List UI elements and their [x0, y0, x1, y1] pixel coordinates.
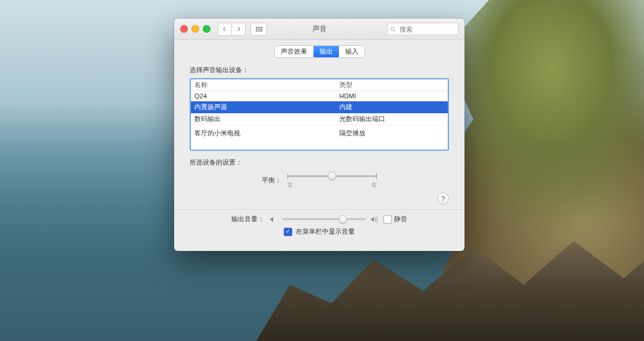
balance-row: 平衡： 左 右 — [190, 172, 449, 189]
show-in-menubar-row: 在菜单栏中显示音量 — [190, 227, 449, 236]
balance-tick-labels: 左 右 — [287, 181, 377, 189]
svg-line-1 — [394, 30, 395, 31]
device-name: Q24 — [194, 92, 339, 100]
show-in-menubar-label: 在菜单栏中显示音量 — [296, 227, 355, 236]
output-volume-slider[interactable] — [282, 215, 366, 224]
zoom-button[interactable] — [203, 25, 210, 33]
choose-device-label: 选择声音输出设备： — [190, 66, 449, 75]
svg-point-0 — [391, 27, 395, 30]
help-button[interactable]: ? — [437, 193, 449, 204]
show-all-prefs-button[interactable] — [250, 23, 267, 36]
mute-label: 静音 — [394, 215, 407, 224]
tab-input[interactable]: 输入 — [339, 46, 364, 57]
table-header: 名称 类型 — [191, 79, 448, 91]
titlebar: 声音 — [174, 18, 465, 40]
table-row[interactable]: 内置扬声器 内建 — [191, 101, 448, 113]
chevron-right-icon — [236, 27, 241, 32]
desktop-wallpaper: 声音 声音效果 输出 输入 选择声音输出设备： 名称 类型 Q24 — [0, 0, 644, 341]
speaker-min-icon — [269, 215, 277, 224]
device-name: 内置扬声器 — [194, 103, 339, 111]
volume-knob[interactable] — [339, 215, 347, 224]
balance-label: 平衡： — [262, 176, 281, 185]
window-content: 声音效果 输出 输入 选择声音输出设备： 名称 类型 Q24 HDMI 内置扬声… — [174, 40, 465, 251]
output-device-table[interactable]: 名称 类型 Q24 HDMI 内置扬声器 内建 数码输出 光数码输出端口 客厅 — [190, 78, 449, 151]
device-name: 客厅的小米电视 — [194, 129, 339, 138]
device-type: HDMI — [339, 92, 444, 100]
forward-button[interactable] — [232, 23, 246, 36]
divider — [174, 209, 465, 210]
balance-slider[interactable] — [287, 172, 377, 180]
back-button[interactable] — [218, 23, 232, 36]
chevron-left-icon — [222, 27, 227, 32]
selected-device-settings-label: 所选设备的设置： — [190, 158, 449, 167]
column-name: 名称 — [194, 80, 339, 89]
nav-buttons — [218, 23, 246, 36]
show-in-menubar-checkbox[interactable] — [284, 228, 292, 236]
close-button[interactable] — [180, 25, 188, 33]
output-volume-row: 输出音量： 静音 — [190, 215, 449, 224]
search-field[interactable] — [387, 23, 459, 35]
sound-preferences-window: 声音 声音效果 输出 输入 选择声音输出设备： 名称 类型 Q24 — [174, 18, 465, 251]
grid-icon — [256, 27, 262, 32]
table-row[interactable]: 客厅的小米电视 隔空播放 — [191, 128, 448, 139]
device-name: 数码输出 — [194, 114, 339, 123]
column-type: 类型 — [339, 80, 444, 89]
device-type: 内建 — [339, 103, 444, 111]
balance-knob[interactable] — [328, 172, 336, 180]
table-row[interactable]: 数码输出 光数码输出端口 — [191, 113, 448, 125]
mute-checkbox[interactable] — [383, 215, 392, 224]
device-type: 隔空播放 — [339, 129, 444, 138]
minimize-button[interactable] — [191, 25, 199, 33]
search-input[interactable] — [398, 25, 456, 33]
device-type: 光数码输出端口 — [339, 114, 444, 123]
table-row[interactable]: Q24 HDMI — [191, 91, 448, 101]
window-title: 声音 — [312, 24, 327, 34]
search-icon — [390, 26, 396, 32]
tab-sound-effects[interactable]: 声音效果 — [275, 46, 314, 57]
traffic-lights — [180, 25, 210, 33]
sound-tabs: 声音效果 输出 输入 — [275, 46, 364, 57]
output-volume-label: 输出音量： — [231, 215, 264, 224]
speaker-max-icon — [370, 215, 379, 224]
mute-row: 静音 — [383, 215, 407, 224]
tab-output[interactable]: 输出 — [314, 46, 339, 57]
